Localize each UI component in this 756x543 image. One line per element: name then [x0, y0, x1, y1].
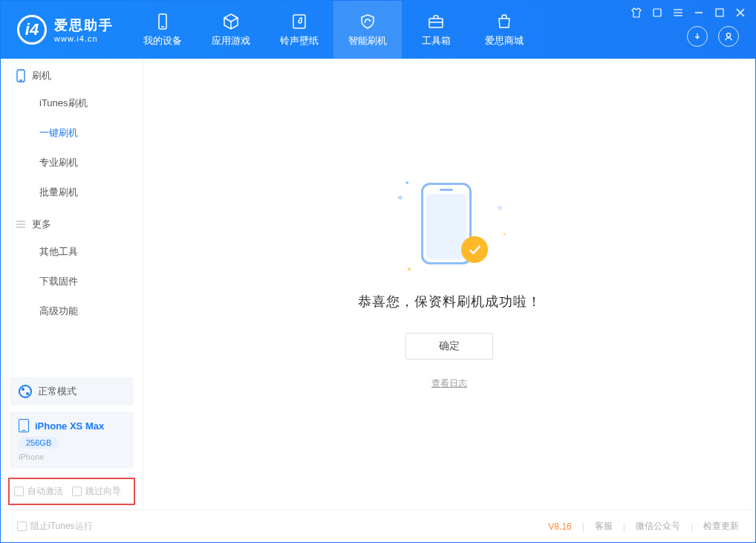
close-icon[interactable]	[734, 7, 746, 19]
sidebar-item-othertools[interactable]: 其他工具	[1, 237, 143, 267]
sidebar-item-onekey[interactable]: 一键刷机	[1, 118, 143, 148]
support-link[interactable]: 客服	[595, 520, 613, 533]
sidebar-item-pro[interactable]: 专业刷机	[1, 148, 143, 178]
checkbox-skip-guide[interactable]: 跳过向导	[72, 485, 121, 498]
sidebar-item-batch[interactable]: 批量刷机	[1, 178, 143, 207]
toolbox-icon	[427, 13, 445, 30]
version-label: V8.16	[548, 521, 571, 532]
device-mode-label: 正常模式	[38, 385, 76, 398]
menu-icon[interactable]	[672, 7, 684, 19]
lock-icon[interactable]	[651, 7, 663, 19]
download-button[interactable]	[687, 26, 708, 47]
checkbox-block-itunes[interactable]: 阻止iTunes运行	[17, 520, 93, 533]
sidebar-section-more: 更多	[1, 207, 143, 237]
app-subtitle: www.i4.cn	[54, 34, 114, 43]
tab-toolbox[interactable]: 工具箱	[402, 1, 470, 59]
sidebar: 刷机 iTunes刷机 一键刷机 专业刷机 批量刷机 更多 其他工具 下载固件 …	[1, 59, 143, 510]
tab-flash[interactable]: 智能刷机	[333, 1, 402, 59]
bag-icon	[495, 13, 513, 30]
success-check-icon	[461, 236, 488, 263]
window-controls	[630, 7, 746, 19]
device-name: iPhone XS Max	[35, 420, 104, 432]
app-title: 爱思助手	[54, 16, 114, 34]
minimize-icon[interactable]	[693, 7, 705, 19]
mode-icon	[19, 385, 32, 398]
tab-apps[interactable]: 应用游戏	[197, 1, 265, 59]
sparkle-icon: ✦	[405, 180, 410, 186]
sidebar-section-flash: 刷机	[1, 59, 143, 88]
device-type: iPhone	[19, 452, 125, 461]
svg-rect-4	[654, 9, 661, 16]
svg-point-12	[726, 33, 730, 37]
update-link[interactable]: 检查更新	[703, 520, 739, 533]
checkbox-auto-activate[interactable]: 自动激活	[14, 485, 63, 498]
flash-options-highlighted: 自动激活 跳过向导	[8, 478, 135, 505]
device-mode-panel[interactable]: 正常模式	[10, 377, 134, 406]
success-message: 恭喜您，保资料刷机成功啦！	[358, 293, 541, 310]
shirt-icon[interactable]	[630, 7, 642, 19]
phone-icon	[16, 69, 26, 82]
wechat-link[interactable]: 微信公众号	[636, 520, 680, 533]
cube-icon	[222, 13, 240, 30]
sparkle-icon: ✦	[502, 231, 507, 238]
svg-rect-2	[293, 15, 305, 28]
checkbox-icon	[14, 487, 24, 496]
sidebar-item-itunes[interactable]: iTunes刷机	[1, 88, 143, 118]
logo: i4 爱思助手 www.i4.cn	[17, 15, 114, 45]
header: i4 爱思助手 www.i4.cn 我的设备 应用游戏 铃声壁纸 智能刷机 工具…	[1, 1, 755, 59]
view-log-link[interactable]: 查看日志	[431, 377, 467, 390]
tab-my-device[interactable]: 我的设备	[128, 1, 197, 59]
refresh-shield-icon	[359, 13, 377, 30]
device-icon	[19, 419, 29, 432]
sparkle-icon: ✦	[396, 192, 405, 204]
sparkle-icon: ✦	[406, 265, 412, 273]
checkbox-icon	[72, 487, 82, 496]
device-icon	[154, 13, 172, 30]
sidebar-item-firmware[interactable]: 下载固件	[1, 267, 143, 296]
device-storage-badge: 256GB	[19, 437, 59, 449]
sidebar-item-advanced[interactable]: 高级功能	[1, 296, 143, 326]
main-tabs: 我的设备 应用游戏 铃声壁纸 智能刷机 工具箱 爱思商城	[128, 1, 538, 59]
list-icon	[16, 219, 26, 230]
tab-store[interactable]: 爱思商城	[470, 1, 538, 59]
sparkle-icon: ✦	[495, 202, 504, 214]
user-button[interactable]	[718, 26, 739, 47]
device-info-panel[interactable]: iPhone XS Max 256GB iPhone	[10, 412, 134, 469]
logo-icon: i4	[17, 15, 47, 45]
ok-button[interactable]: 确定	[405, 333, 493, 360]
header-action-buttons	[687, 26, 739, 47]
tab-ringtones[interactable]: 铃声壁纸	[265, 1, 333, 59]
main-content: ✦ ✦ ✦ ✦ ✦ 恭喜您，保资料刷机成功啦！ 确定 查看日志	[143, 59, 755, 510]
footer: 阻止iTunes运行 V8.16 | 客服 | 微信公众号 | 检查更新	[1, 510, 755, 542]
checkbox-icon	[17, 521, 27, 531]
music-icon	[290, 13, 308, 30]
maximize-icon[interactable]	[714, 7, 726, 19]
svg-rect-3	[429, 19, 443, 27]
svg-rect-9	[716, 9, 723, 16]
success-illustration: ✦ ✦ ✦ ✦ ✦	[397, 178, 501, 275]
